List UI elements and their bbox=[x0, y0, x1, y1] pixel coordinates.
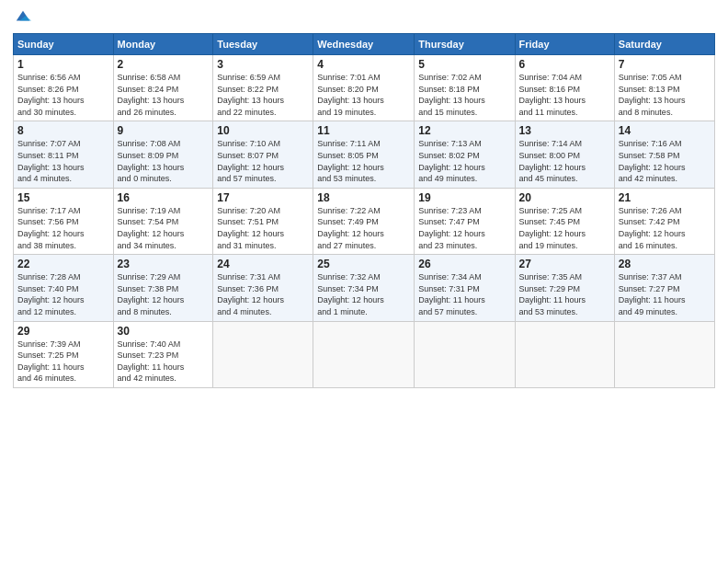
day-cell bbox=[213, 321, 313, 387]
week-row-4: 29Sunrise: 7:39 AM Sunset: 7:25 PM Dayli… bbox=[14, 321, 715, 387]
day-info: Sunrise: 7:31 AM Sunset: 7:36 PM Dayligh… bbox=[217, 271, 309, 317]
day-number: 12 bbox=[418, 124, 510, 137]
day-info: Sunrise: 7:16 AM Sunset: 7:58 PM Dayligh… bbox=[619, 138, 711, 184]
col-saturday: Saturday bbox=[614, 34, 714, 55]
day-info: Sunrise: 7:07 AM Sunset: 8:11 PM Dayligh… bbox=[17, 138, 109, 184]
day-cell bbox=[415, 321, 515, 387]
day-cell: 3Sunrise: 6:59 AM Sunset: 8:22 PM Daylig… bbox=[213, 55, 313, 121]
day-info: Sunrise: 6:56 AM Sunset: 8:26 PM Dayligh… bbox=[17, 72, 109, 118]
day-info: Sunrise: 7:11 AM Sunset: 8:05 PM Dayligh… bbox=[317, 138, 410, 184]
day-cell: 2Sunrise: 6:58 AM Sunset: 8:24 PM Daylig… bbox=[113, 55, 213, 121]
day-cell: 11Sunrise: 7:11 AM Sunset: 8:05 PM Dayli… bbox=[313, 121, 415, 188]
day-info: Sunrise: 7:25 AM Sunset: 7:45 PM Dayligh… bbox=[519, 205, 610, 251]
day-number: 2 bbox=[118, 58, 210, 71]
day-info: Sunrise: 7:32 AM Sunset: 7:34 PM Dayligh… bbox=[317, 271, 410, 317]
day-cell bbox=[515, 321, 614, 387]
day-number: 20 bbox=[519, 191, 610, 204]
day-number: 27 bbox=[519, 258, 610, 270]
day-cell: 19Sunrise: 7:23 AM Sunset: 7:47 PM Dayli… bbox=[415, 188, 515, 254]
day-number: 23 bbox=[118, 258, 210, 270]
day-number: 6 bbox=[519, 58, 610, 71]
day-number: 7 bbox=[619, 58, 711, 71]
day-number: 28 bbox=[619, 258, 711, 270]
day-number: 21 bbox=[619, 191, 711, 204]
day-info: Sunrise: 7:13 AM Sunset: 8:02 PM Dayligh… bbox=[418, 138, 510, 184]
day-cell: 20Sunrise: 7:25 AM Sunset: 7:45 PM Dayli… bbox=[515, 188, 614, 254]
day-cell: 13Sunrise: 7:14 AM Sunset: 8:00 PM Dayli… bbox=[515, 121, 614, 188]
logo bbox=[13, 9, 31, 26]
week-row-2: 15Sunrise: 7:17 AM Sunset: 7:56 PM Dayli… bbox=[14, 188, 715, 254]
header bbox=[13, 9, 715, 26]
day-cell: 14Sunrise: 7:16 AM Sunset: 7:58 PM Dayli… bbox=[614, 121, 714, 188]
day-cell: 21Sunrise: 7:26 AM Sunset: 7:42 PM Dayli… bbox=[614, 188, 714, 254]
day-cell: 22Sunrise: 7:28 AM Sunset: 7:40 PM Dayli… bbox=[14, 255, 114, 321]
day-info: Sunrise: 7:22 AM Sunset: 7:49 PM Dayligh… bbox=[317, 205, 410, 251]
day-info: Sunrise: 7:20 AM Sunset: 7:51 PM Dayligh… bbox=[217, 205, 309, 251]
day-number: 8 bbox=[17, 124, 109, 137]
day-number: 17 bbox=[217, 191, 309, 204]
logo-icon bbox=[15, 9, 31, 26]
col-thursday: Thursday bbox=[415, 34, 515, 55]
col-monday: Monday bbox=[113, 34, 213, 55]
week-row-0: 1Sunrise: 6:56 AM Sunset: 8:26 PM Daylig… bbox=[14, 55, 715, 121]
day-info: Sunrise: 7:37 AM Sunset: 7:27 PM Dayligh… bbox=[619, 271, 711, 317]
day-info: Sunrise: 7:26 AM Sunset: 7:42 PM Dayligh… bbox=[619, 205, 711, 251]
col-tuesday: Tuesday bbox=[213, 34, 313, 55]
day-number: 16 bbox=[118, 191, 210, 204]
day-number: 24 bbox=[217, 258, 309, 270]
day-number: 19 bbox=[418, 191, 510, 204]
day-info: Sunrise: 6:59 AM Sunset: 8:22 PM Dayligh… bbox=[217, 72, 309, 118]
day-cell: 28Sunrise: 7:37 AM Sunset: 7:27 PM Dayli… bbox=[614, 255, 714, 321]
day-cell: 25Sunrise: 7:32 AM Sunset: 7:34 PM Dayli… bbox=[313, 255, 415, 321]
col-sunday: Sunday bbox=[14, 34, 114, 55]
day-info: Sunrise: 7:10 AM Sunset: 8:07 PM Dayligh… bbox=[217, 138, 309, 184]
day-cell bbox=[313, 321, 415, 387]
day-cell: 16Sunrise: 7:19 AM Sunset: 7:54 PM Dayli… bbox=[113, 188, 213, 254]
day-number: 29 bbox=[17, 325, 109, 338]
day-info: Sunrise: 7:29 AM Sunset: 7:38 PM Dayligh… bbox=[118, 271, 210, 317]
day-cell: 29Sunrise: 7:39 AM Sunset: 7:25 PM Dayli… bbox=[14, 321, 114, 387]
day-cell: 6Sunrise: 7:04 AM Sunset: 8:16 PM Daylig… bbox=[515, 55, 614, 121]
col-friday: Friday bbox=[515, 34, 614, 55]
day-info: Sunrise: 7:05 AM Sunset: 8:13 PM Dayligh… bbox=[619, 72, 711, 118]
day-cell: 15Sunrise: 7:17 AM Sunset: 7:56 PM Dayli… bbox=[14, 188, 114, 254]
day-number: 26 bbox=[418, 258, 510, 270]
day-info: Sunrise: 7:02 AM Sunset: 8:18 PM Dayligh… bbox=[418, 72, 510, 118]
day-info: Sunrise: 7:19 AM Sunset: 7:54 PM Dayligh… bbox=[118, 205, 210, 251]
day-info: Sunrise: 7:17 AM Sunset: 7:56 PM Dayligh… bbox=[17, 205, 109, 251]
day-number: 30 bbox=[118, 325, 210, 338]
day-info: Sunrise: 7:35 AM Sunset: 7:29 PM Dayligh… bbox=[519, 271, 610, 317]
day-cell: 27Sunrise: 7:35 AM Sunset: 7:29 PM Dayli… bbox=[515, 255, 614, 321]
day-cell: 9Sunrise: 7:08 AM Sunset: 8:09 PM Daylig… bbox=[113, 121, 213, 188]
day-info: Sunrise: 7:34 AM Sunset: 7:31 PM Dayligh… bbox=[418, 271, 510, 317]
day-cell: 23Sunrise: 7:29 AM Sunset: 7:38 PM Dayli… bbox=[113, 255, 213, 321]
day-number: 22 bbox=[17, 258, 109, 270]
day-cell: 24Sunrise: 7:31 AM Sunset: 7:36 PM Dayli… bbox=[213, 255, 313, 321]
day-number: 18 bbox=[317, 191, 410, 204]
day-cell bbox=[614, 321, 714, 387]
day-cell: 4Sunrise: 7:01 AM Sunset: 8:20 PM Daylig… bbox=[313, 55, 415, 121]
day-number: 13 bbox=[519, 124, 610, 137]
day-info: Sunrise: 7:01 AM Sunset: 8:20 PM Dayligh… bbox=[317, 72, 410, 118]
header-row: Sunday Monday Tuesday Wednesday Thursday… bbox=[14, 34, 715, 55]
day-cell: 7Sunrise: 7:05 AM Sunset: 8:13 PM Daylig… bbox=[614, 55, 714, 121]
day-cell: 18Sunrise: 7:22 AM Sunset: 7:49 PM Dayli… bbox=[313, 188, 415, 254]
day-info: Sunrise: 7:04 AM Sunset: 8:16 PM Dayligh… bbox=[519, 72, 610, 118]
day-cell: 1Sunrise: 6:56 AM Sunset: 8:26 PM Daylig… bbox=[14, 55, 114, 121]
day-number: 9 bbox=[118, 124, 210, 137]
day-cell: 26Sunrise: 7:34 AM Sunset: 7:31 PM Dayli… bbox=[415, 255, 515, 321]
day-info: Sunrise: 7:40 AM Sunset: 7:23 PM Dayligh… bbox=[118, 339, 210, 385]
day-number: 3 bbox=[217, 58, 309, 71]
col-wednesday: Wednesday bbox=[313, 34, 415, 55]
day-info: Sunrise: 7:14 AM Sunset: 8:00 PM Dayligh… bbox=[519, 138, 610, 184]
day-number: 4 bbox=[317, 58, 410, 71]
week-row-1: 8Sunrise: 7:07 AM Sunset: 8:11 PM Daylig… bbox=[14, 121, 715, 188]
day-number: 5 bbox=[418, 58, 510, 71]
day-number: 10 bbox=[217, 124, 309, 137]
day-cell: 8Sunrise: 7:07 AM Sunset: 8:11 PM Daylig… bbox=[14, 121, 114, 188]
day-cell: 30Sunrise: 7:40 AM Sunset: 7:23 PM Dayli… bbox=[113, 321, 213, 387]
day-info: Sunrise: 7:28 AM Sunset: 7:40 PM Dayligh… bbox=[17, 271, 109, 317]
day-number: 25 bbox=[317, 258, 410, 270]
day-cell: 12Sunrise: 7:13 AM Sunset: 8:02 PM Dayli… bbox=[415, 121, 515, 188]
week-row-3: 22Sunrise: 7:28 AM Sunset: 7:40 PM Dayli… bbox=[14, 255, 715, 321]
